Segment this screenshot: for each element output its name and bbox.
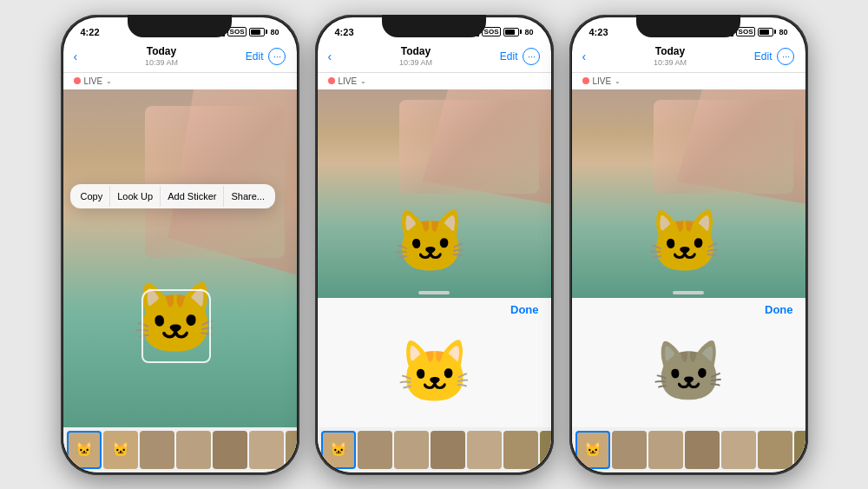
phone-1-wrapper: 4:22 SOS 80 xyxy=(61,15,299,475)
cat-subject: 🐱 xyxy=(647,206,722,277)
live-bar: LIVE ⌄ xyxy=(318,73,551,89)
status-time: 4:22 xyxy=(81,27,100,37)
thumbnail-item[interactable] xyxy=(431,431,465,469)
panel-drag-handle xyxy=(418,291,450,294)
phone-3-wrapper: 4:23 SOS 80 ‹ xyxy=(569,15,808,475)
edit-button[interactable]: Edit xyxy=(754,50,773,63)
nav-subtitle: 10:39 AM xyxy=(145,58,178,69)
live-label: LIVE xyxy=(84,76,103,86)
nav-actions: Edit ··· xyxy=(246,48,286,65)
split-view: 🐱 Done 🐱 xyxy=(572,89,806,427)
more-button[interactable]: ··· xyxy=(268,48,286,65)
phone-screen: 4:23 SOS 80 ‹ xyxy=(572,17,806,472)
cat-subject: 🐱 xyxy=(392,206,468,277)
back-button[interactable]: ‹ xyxy=(328,50,332,63)
nav-actions: Edit ··· xyxy=(754,48,795,65)
edit-button[interactable]: Edit xyxy=(500,50,518,63)
live-label: LIVE xyxy=(593,76,612,86)
phone-notch xyxy=(382,15,486,37)
context-lookup[interactable]: Look Up xyxy=(110,186,161,207)
thumbnail-item[interactable] xyxy=(685,431,720,469)
pattern-decoration xyxy=(654,100,793,194)
nav-title: Today xyxy=(654,45,687,59)
photo-area[interactable]: 🐱 Copy Look Up Add Sticker Share... xyxy=(63,89,297,427)
live-dot-icon xyxy=(328,77,335,84)
thumbnail-item[interactable] xyxy=(612,431,647,469)
battery-icon xyxy=(503,28,522,36)
sticker-cat-emoji: 🐱 xyxy=(397,336,472,407)
battery-level: 80 xyxy=(270,28,279,36)
nav-title-group: Today 10:39 AM xyxy=(145,45,178,69)
split-photo: 🐱 xyxy=(318,89,551,298)
done-button[interactable]: Done xyxy=(510,303,539,316)
nav-title: Today xyxy=(145,45,178,59)
context-copy[interactable]: Copy xyxy=(74,186,111,207)
thumbnail-item[interactable] xyxy=(286,431,297,469)
context-menu: Copy Look Up Add Sticker Share... xyxy=(70,184,275,208)
phone-notch xyxy=(636,15,740,37)
thumbnail-item[interactable] xyxy=(758,431,792,469)
thumbnail-item[interactable] xyxy=(540,431,551,469)
nav-bar: ‹ Today 10:39 AM Edit ··· xyxy=(63,43,297,73)
live-chevron-icon: ⌄ xyxy=(615,77,621,85)
phone-3: 4:23 SOS 80 ‹ xyxy=(569,15,808,475)
context-add-sticker[interactable]: Add Sticker xyxy=(161,186,224,207)
done-row: Done xyxy=(318,298,551,316)
split-view: 🐱 Done 🐱 xyxy=(318,89,551,427)
edit-button[interactable]: Edit xyxy=(246,50,264,63)
pattern-decoration xyxy=(399,100,539,194)
live-dot-icon xyxy=(74,77,81,84)
thumbnail-item[interactable] xyxy=(213,431,247,469)
thumbnail-item[interactable] xyxy=(467,431,502,469)
cat-emoji: 🐱 xyxy=(647,208,722,275)
phone-notch xyxy=(128,15,232,37)
nav-subtitle: 10:39 AM xyxy=(399,58,432,69)
thumbnail-item[interactable] xyxy=(140,431,174,469)
thumbnail-item[interactable] xyxy=(721,431,756,469)
phone-2-wrapper: 4:23 SOS 80 ‹ xyxy=(315,15,554,475)
thumbnail-strip: 🐱 xyxy=(572,427,806,472)
status-time: 4:23 xyxy=(335,27,354,37)
context-share[interactable]: Share... xyxy=(224,186,272,207)
status-time: 4:23 xyxy=(589,27,608,37)
thumbnail-item[interactable] xyxy=(394,431,429,469)
battery-level: 80 xyxy=(779,28,787,36)
pattern-decoration xyxy=(145,106,285,258)
sticker-area: 🐱 xyxy=(652,316,726,427)
nav-title-group: Today 10:39 AM xyxy=(654,45,687,69)
panel-drag-handle xyxy=(673,291,704,294)
thumbnail-item[interactable] xyxy=(503,431,538,469)
nav-subtitle: 10:39 AM xyxy=(654,58,687,69)
nav-actions: Edit ··· xyxy=(500,48,541,65)
thumbnail-item[interactable]: 🐱 xyxy=(575,431,610,469)
split-photo: 🐱 xyxy=(572,89,806,298)
done-button[interactable]: Done xyxy=(765,303,793,316)
thumbnail-item[interactable] xyxy=(249,431,284,469)
thumbnail-item[interactable] xyxy=(358,431,392,469)
sticker-cat-emoji: 🐱 xyxy=(652,337,726,406)
subject-lift-outline xyxy=(141,289,211,363)
chevron-left-icon: ‹ xyxy=(74,50,78,63)
more-button[interactable]: ··· xyxy=(523,48,540,65)
sticker-area: 🐱 xyxy=(397,316,472,427)
back-button[interactable]: ‹ xyxy=(582,50,587,63)
nav-bar: ‹ Today 10:39 AM Edit ··· xyxy=(572,43,806,73)
phone-2: 4:23 SOS 80 ‹ xyxy=(315,15,554,475)
back-button[interactable]: ‹ xyxy=(74,50,78,63)
dots-icon: ··· xyxy=(273,51,281,62)
live-dot-icon xyxy=(582,77,589,84)
cat-emoji: 🐱 xyxy=(392,208,468,275)
sticker-result-panel: Done 🐱 xyxy=(318,298,551,427)
phone-screen: 4:22 SOS 80 xyxy=(63,17,297,472)
thumbnail-item[interactable]: 🐱 xyxy=(67,431,102,469)
live-bar: LIVE ⌄ xyxy=(63,73,297,89)
nav-bar: ‹ Today 10:39 AM Edit ··· xyxy=(318,43,551,73)
more-button[interactable]: ··· xyxy=(777,48,794,65)
thumbnail-item[interactable] xyxy=(794,431,806,469)
thumbnail-item[interactable]: 🐱 xyxy=(321,431,356,469)
thumbnail-item[interactable]: 🐱 xyxy=(103,431,138,469)
thumbnail-item[interactable] xyxy=(648,431,683,469)
battery-level: 80 xyxy=(524,28,533,36)
nav-title-group: Today 10:39 AM xyxy=(399,45,432,69)
thumbnail-item[interactable] xyxy=(176,431,211,469)
